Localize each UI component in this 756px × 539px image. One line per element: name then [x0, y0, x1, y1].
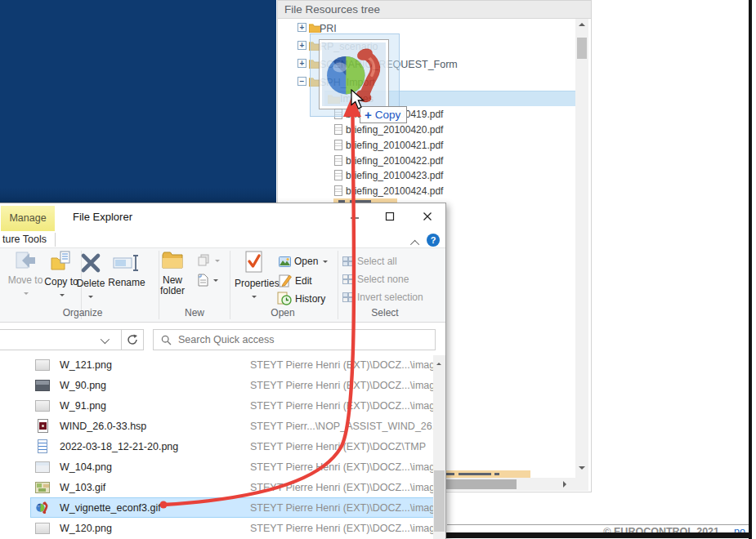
tree-file-row[interactable]: briefing_20100421.pdf [278, 138, 572, 154]
file-thumbnail-icon [38, 419, 48, 433]
expand-plus-icon[interactable]: + [297, 41, 306, 50]
new-folder-button[interactable]: New folder [153, 251, 192, 306]
file-name: 2022-03-18_12-21-20.png [60, 441, 178, 452]
refresh-button[interactable] [122, 329, 144, 350]
open-label: Open [294, 256, 318, 267]
dropdown-caret-icon [252, 296, 257, 298]
history-button[interactable]: History [277, 292, 325, 305]
pdf-file-icon [334, 140, 342, 150]
dropdown-caret-icon [215, 260, 220, 262]
table-row[interactable]: W_121.png STEYT Pierre Henri (EXT)\DOCZ.… [0, 355, 432, 376]
tree-file-row[interactable]: briefing_20100422.pdf [278, 154, 572, 169]
expand-plus-icon[interactable]: + [297, 23, 306, 32]
properties-button[interactable]: Properties [235, 251, 274, 306]
scrollbar-thumb[interactable] [434, 470, 445, 532]
file-thumbnail-icon [35, 461, 50, 473]
scroll-right-icon[interactable] [563, 481, 566, 488]
edit-icon [279, 274, 292, 287]
tab-separator [55, 233, 56, 247]
select-none-button[interactable]: Select none [342, 274, 409, 285]
easy-access-icon [197, 254, 210, 267]
file-thumbnail-icon [35, 482, 50, 493]
collapse-minus-icon[interactable]: − [297, 77, 306, 86]
ribbon-tab-picture-tools[interactable]: ture Tools [2, 234, 47, 245]
maximize-icon [385, 212, 395, 221]
ribbon-group-label: Open [246, 307, 320, 318]
search-icon [161, 335, 172, 345]
table-row[interactable]: 2022-03-18_12-21-20.png STEYT Pierre Hen… [0, 437, 432, 457]
tree-file-row[interactable]: briefing_20100424.pdf [278, 184, 572, 199]
properties-label: Properties [235, 278, 274, 289]
tree-file-label: briefing_20100423.pdf [346, 170, 443, 181]
ribbon-group-label: Organize [46, 307, 119, 318]
search-input[interactable] [177, 333, 435, 346]
table-row[interactable]: W_91.png STEYT Pierre Henri (EXT)\DOCZ..… [0, 396, 432, 416]
file-name: W_121.png [60, 359, 112, 371]
file-thumbnail-icon [38, 439, 47, 453]
properties-icon [244, 251, 264, 274]
tree-file-label: briefing_20100424.pdf [346, 185, 443, 197]
invert-selection-button[interactable]: Invert selection [342, 292, 423, 303]
table-row[interactable]: W_90.png STEYT Pierre Henri (EXT)\DOCZ..… [0, 376, 432, 396]
move-to-label: Move to [6, 275, 45, 286]
minimize-button[interactable] [342, 205, 367, 227]
chevron-down-icon[interactable] [101, 335, 110, 344]
move-to-button[interactable]: Move to [6, 251, 45, 306]
refresh-icon [127, 334, 138, 345]
table-row[interactable]: W_120.png STEYT Pierre Henri (EXT)\DOCZ.… [0, 519, 432, 539]
address-bar[interactable] [0, 329, 122, 350]
new-folder-icon [162, 251, 183, 270]
edit-button[interactable]: Edit [279, 274, 312, 287]
table-row[interactable]: WIND_26.0-33.hsp STEYT Pierr...\NOP_ASSI… [0, 416, 432, 437]
file-name: W_vignette_econf3.gif [60, 502, 161, 514]
pdf-file-icon [334, 124, 342, 135]
delete-button[interactable]: Delete [71, 251, 110, 306]
footer-divider [447, 524, 749, 525]
file-path: STEYT Pierre Henri (EXT)\DOCZ...\images [250, 359, 445, 371]
scroll-up-icon[interactable] [436, 360, 441, 365]
dropdown-caret-icon [60, 294, 65, 296]
new-item-icon [197, 274, 208, 287]
open-button[interactable]: Open [279, 256, 328, 267]
pdf-file-icon [334, 185, 342, 196]
explorer-vertical-scrollbar[interactable] [433, 355, 445, 539]
easy-access-button[interactable] [197, 254, 220, 267]
table-row[interactable]: W_103.gif STEYT Pierre Henri (EXT)\DOCZ.… [0, 478, 432, 498]
table-row-selected[interactable]: W_vignette_econf3.gif STEYT Pierre Henri… [0, 498, 432, 519]
frame-border-right [749, 0, 752, 539]
file-path: STEYT Pierre Henri (EXT)\DOCZ...\images [250, 400, 445, 412]
address-row [0, 323, 445, 355]
file-path: STEYT Pierre Henri (EXT)\DOCZ...\images [250, 380, 445, 391]
scroll-up-icon[interactable] [579, 23, 585, 26]
file-name: W_104.png [60, 461, 112, 473]
new-item-button[interactable] [197, 274, 218, 287]
tree-row-highlight-partial [444, 470, 530, 478]
tree-file-row[interactable]: briefing_20100420.pdf [278, 122, 572, 138]
rename-button[interactable]: Rename [107, 251, 146, 306]
tree-file-label: briefing_20100420.pdf [346, 124, 443, 136]
scrollbar-thumb[interactable] [577, 38, 587, 59]
file-path: STEYT Pierre Henri (EXT)\DOCZ...\images [250, 482, 445, 493]
expand-plus-icon[interactable]: + [297, 59, 306, 68]
table-row[interactable]: W_104.png STEYT Pierre Henri (EXT)\DOCZ.… [0, 457, 432, 478]
select-none-icon [342, 274, 354, 284]
maximize-button[interactable] [378, 205, 402, 227]
file-thumbnail-icon [35, 400, 50, 412]
select-all-button[interactable]: Select all [342, 256, 397, 267]
close-icon [423, 212, 432, 221]
tree-vertical-scrollbar[interactable] [575, 19, 588, 478]
file-list: W_121.png STEYT Pierre Henri (EXT)\DOCZ.… [0, 355, 445, 539]
help-button[interactable]: ? [427, 234, 440, 247]
hero-navy-panel [0, 0, 276, 204]
ribbon-group-label: Select [348, 307, 422, 318]
close-button[interactable] [415, 205, 440, 227]
dropdown-caret-icon [88, 296, 93, 298]
tree-panel-title: File Resources tree [278, 1, 591, 19]
search-box[interactable] [153, 329, 436, 350]
delete-label: Delete [71, 278, 110, 289]
ribbon-tab-manage[interactable]: Manage [1, 206, 55, 231]
open-file-icon [279, 256, 291, 267]
ribbon: Move to Copy to Delete [0, 247, 445, 323]
tree-file-row[interactable]: briefing_20100423.pdf [278, 168, 572, 184]
scroll-down-icon[interactable] [579, 466, 585, 470]
